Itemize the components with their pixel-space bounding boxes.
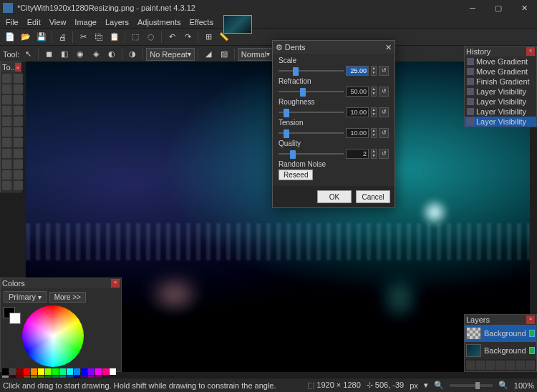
fill-diamond-icon[interactable]: ◈ xyxy=(89,47,103,62)
param-spinner[interactable]: ▲▼ xyxy=(371,149,377,159)
tool-button[interactable] xyxy=(14,84,23,94)
color-mode-icon[interactable]: ◑ xyxy=(125,47,140,62)
swatch[interactable] xyxy=(95,368,102,375)
tool-button[interactable] xyxy=(2,160,11,169)
menu-effects[interactable]: Effects xyxy=(185,16,218,28)
redo-icon[interactable]: ↷ xyxy=(180,30,195,44)
param-spinner[interactable]: ▲▼ xyxy=(371,107,377,117)
history-item[interactable]: Move Gradient xyxy=(465,67,536,77)
more-button[interactable]: More >> xyxy=(49,292,86,303)
print-icon[interactable]: 🖨 xyxy=(55,30,69,44)
swatch[interactable] xyxy=(45,368,52,375)
tool-button[interactable] xyxy=(14,117,23,126)
swatch[interactable] xyxy=(59,368,66,375)
tool-button[interactable] xyxy=(14,181,23,190)
dialog-close-icon[interactable]: ✕ xyxy=(385,43,392,52)
menu-image[interactable]: Image xyxy=(70,16,101,28)
tool-button[interactable] xyxy=(2,149,11,158)
tool-button[interactable] xyxy=(14,170,23,180)
param-value[interactable]: 2 xyxy=(346,149,369,159)
param-value[interactable]: 10.00 xyxy=(346,128,369,138)
layer-item[interactable]: Background xyxy=(465,342,536,359)
fill-linear-icon[interactable]: ◧ xyxy=(57,47,72,62)
swatch[interactable] xyxy=(52,368,59,375)
layer-add-icon[interactable] xyxy=(466,361,475,370)
menu-layers[interactable]: Layers xyxy=(101,16,133,28)
menu-file[interactable]: File xyxy=(1,16,23,28)
param-value[interactable]: 25.00 xyxy=(346,66,369,76)
param-value[interactable]: 10.00 xyxy=(346,107,369,117)
status-unit[interactable]: px xyxy=(410,381,418,390)
layer-item[interactable]: Background xyxy=(465,325,536,342)
param-spinner[interactable]: ▲▼ xyxy=(371,87,377,97)
layer-down-icon[interactable] xyxy=(516,361,525,370)
tool-button[interactable] xyxy=(2,95,11,104)
tool-button[interactable] xyxy=(2,181,11,190)
reseed-button[interactable]: Reseed xyxy=(279,170,313,180)
tool-button[interactable] xyxy=(14,160,23,169)
param-reset-icon[interactable]: ↺ xyxy=(379,107,389,117)
swatch[interactable] xyxy=(74,368,80,375)
param-slider[interactable] xyxy=(279,87,344,97)
menu-edit[interactable]: Edit xyxy=(23,16,45,28)
history-close-icon[interactable]: × xyxy=(526,47,535,56)
zoom-in-icon[interactable]: 🔍 xyxy=(498,381,508,390)
open-icon[interactable]: 📂 xyxy=(19,30,33,44)
swatch[interactable] xyxy=(81,368,87,375)
copy-icon[interactable]: ⿻ xyxy=(92,30,106,44)
layer-merge-icon[interactable] xyxy=(496,361,505,370)
param-slider[interactable] xyxy=(279,107,344,117)
history-item[interactable]: Layer Visibility xyxy=(465,97,536,107)
layer-up-icon[interactable] xyxy=(505,361,515,370)
param-slider[interactable] xyxy=(279,128,344,138)
param-reset-icon[interactable]: ↺ xyxy=(379,66,389,76)
fill-conical-icon[interactable]: ◐ xyxy=(105,47,119,62)
menu-view[interactable]: View xyxy=(45,16,71,28)
tool-button[interactable] xyxy=(2,74,11,83)
layer-props-icon[interactable] xyxy=(526,361,535,370)
blend-combo[interactable]: Normal ▾ xyxy=(238,48,274,61)
param-reset-icon[interactable]: ↺ xyxy=(379,87,389,97)
history-item[interactable]: Layer Visibility xyxy=(465,107,536,117)
close-button[interactable]: ✕ xyxy=(511,0,537,16)
swatch[interactable] xyxy=(110,368,116,375)
ok-button[interactable]: OK xyxy=(317,190,352,203)
deselect-icon[interactable]: ◌ xyxy=(144,30,158,44)
undo-icon[interactable]: ↶ xyxy=(165,30,179,44)
history-item[interactable]: Layer Visibility xyxy=(465,87,536,97)
visibility-checkbox[interactable] xyxy=(529,330,535,337)
history-item[interactable]: Finish Gradient xyxy=(465,77,536,87)
zoom-out-icon[interactable]: 🔍 xyxy=(434,381,444,390)
param-spinner[interactable]: ▲▼ xyxy=(371,128,377,138)
tool-button[interactable] xyxy=(14,106,23,115)
tool-button[interactable] xyxy=(2,127,11,137)
tool-button[interactable] xyxy=(2,117,11,126)
swatch[interactable] xyxy=(24,368,30,375)
primary-combo[interactable]: Primary ▾ xyxy=(4,291,47,303)
layers-close-icon[interactable]: × xyxy=(526,315,535,324)
paste-icon[interactable]: 📋 xyxy=(107,30,122,44)
minimize-button[interactable]: ─ xyxy=(460,0,485,16)
tool-button[interactable] xyxy=(14,138,23,147)
tool-button[interactable] xyxy=(14,74,23,83)
param-value[interactable]: 50.00 xyxy=(346,87,369,97)
secondary-swatch[interactable] xyxy=(9,313,21,324)
grid-icon[interactable]: ⊞ xyxy=(201,30,216,44)
tool-button[interactable] xyxy=(2,106,11,115)
param-reset-icon[interactable]: ↺ xyxy=(379,149,389,159)
alpha-icon[interactable]: ▨ xyxy=(217,47,231,62)
param-spinner[interactable]: ▲▼ xyxy=(371,66,377,76)
aa-icon[interactable]: ◢ xyxy=(201,47,216,62)
menu-adjustments[interactable]: Adjustments xyxy=(133,16,185,28)
cut-icon[interactable]: ✂ xyxy=(76,30,90,44)
history-item[interactable]: Layer Visibility xyxy=(465,117,536,127)
fill-solid-icon[interactable]: ◼ xyxy=(42,47,56,62)
tool-button[interactable] xyxy=(2,138,11,147)
tool-button[interactable] xyxy=(14,149,23,158)
document-thumbnail[interactable] xyxy=(223,15,252,34)
new-icon[interactable]: 📄 xyxy=(3,30,17,44)
repeat-combo[interactable]: No Repeat ▾ xyxy=(146,48,195,61)
tool-button[interactable] xyxy=(2,84,11,94)
param-slider[interactable] xyxy=(279,66,344,76)
tool-button[interactable] xyxy=(14,95,23,104)
